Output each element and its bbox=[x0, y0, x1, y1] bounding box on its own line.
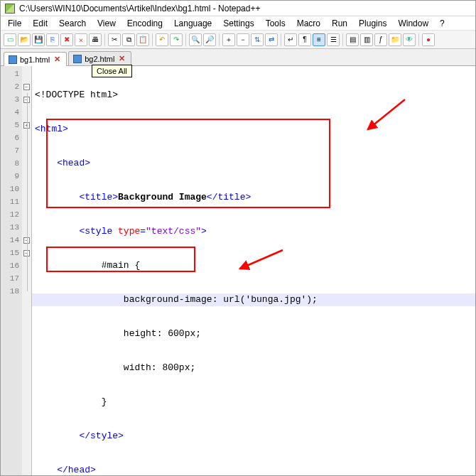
tooltip-close-all: Close All bbox=[92, 65, 132, 77]
all-chars-icon[interactable]: ¶ bbox=[298, 33, 311, 46]
wordwrap-icon[interactable]: ↵ bbox=[284, 33, 297, 46]
code-text: ; bbox=[195, 328, 201, 339]
code-text: : bbox=[212, 294, 224, 305]
editor[interactable]: 1 2 3 4 5 6 7 8 9 10 11 12 13 14 15 16 1… bbox=[1, 66, 475, 476]
sync-h-icon[interactable]: ⇄ bbox=[265, 33, 278, 46]
menu-help[interactable]: ? bbox=[434, 17, 450, 30]
code-text: : bbox=[151, 362, 163, 373]
monitoring-icon[interactable]: 👁 bbox=[403, 33, 416, 46]
code-text: 600px bbox=[168, 328, 195, 339]
toolbar: ▭ 📂 💾 ⎘ ✖ ⨉ 🖶 ✂ ⧉ 📋 ↶ ↷ 🔍 🔎 ＋ － ⇅ ⇄ ↵ ¶ … bbox=[1, 31, 475, 49]
save-icon[interactable]: 💾 bbox=[32, 33, 45, 46]
print-icon[interactable]: 🖶 bbox=[89, 33, 102, 46]
tab-label: bg2.html bbox=[85, 55, 114, 63]
code-text: background-image bbox=[124, 294, 212, 305]
toolbar-separator bbox=[342, 33, 343, 46]
code-text: = bbox=[140, 226, 146, 237]
code-text: : bbox=[157, 328, 168, 339]
code-area[interactable]: <!DOCTYPE html> <html> <head> <title>Bac… bbox=[32, 66, 475, 476]
fold-toggle-icon[interactable]: − bbox=[23, 84, 30, 90]
udl-icon[interactable]: ☰ bbox=[327, 33, 340, 46]
indent-guide-icon[interactable]: ≡ bbox=[313, 33, 325, 46]
code-text: ; bbox=[312, 294, 318, 305]
file-icon bbox=[73, 55, 82, 63]
menu-plugins[interactable]: Plugins bbox=[353, 17, 392, 30]
save-all-icon[interactable]: ⎘ bbox=[46, 33, 59, 46]
code-text: Background Image bbox=[118, 192, 207, 202]
close-all-icon[interactable]: ⨉ bbox=[75, 33, 87, 46]
toolbar-separator bbox=[152, 33, 153, 46]
record-macro-icon[interactable]: ● bbox=[422, 33, 435, 46]
open-file-icon[interactable]: 📂 bbox=[18, 33, 31, 46]
menu-language[interactable]: Language bbox=[168, 17, 217, 30]
code-text: type bbox=[118, 226, 140, 237]
menu-view[interactable]: View bbox=[92, 17, 121, 30]
tab-bg2[interactable]: bg2.html ✕ bbox=[68, 51, 131, 65]
menu-file[interactable]: File bbox=[2, 17, 27, 30]
cut-icon[interactable]: ✂ bbox=[108, 33, 121, 46]
replace-icon[interactable]: 🔎 bbox=[203, 33, 216, 46]
code-text: <!DOCTYPE html> bbox=[35, 90, 118, 100]
tab-strip: bg1.html ✕ bg2.html ✕ Close All bbox=[1, 49, 475, 66]
undo-icon[interactable]: ↶ bbox=[156, 33, 168, 46]
line-number: 11 bbox=[1, 195, 22, 208]
code-text: </title> bbox=[207, 192, 251, 202]
copy-icon[interactable]: ⧉ bbox=[122, 33, 135, 46]
code-text: <html> bbox=[35, 124, 68, 134]
code-text: width bbox=[124, 362, 151, 373]
code-text: </head> bbox=[57, 465, 96, 475]
line-number: 6 bbox=[1, 131, 22, 144]
menu-run[interactable]: Run bbox=[326, 17, 353, 30]
sync-v-icon[interactable]: ⇅ bbox=[251, 33, 264, 46]
window-title: C:\Users\WIN10\Documents\Artikel\Index\b… bbox=[19, 4, 260, 13]
menu-edit[interactable]: Edit bbox=[27, 17, 53, 30]
code-text: > bbox=[201, 226, 207, 237]
code-text: #main { bbox=[102, 260, 141, 271]
func-list-icon[interactable]: ƒ bbox=[374, 33, 387, 46]
menu-window[interactable]: Window bbox=[392, 17, 434, 30]
menu-search[interactable]: Search bbox=[53, 17, 92, 30]
line-number: 3 bbox=[1, 93, 22, 106]
zoom-out-icon[interactable]: － bbox=[237, 33, 249, 46]
menu-macro[interactable]: Macro bbox=[291, 17, 326, 30]
title-bar: C:\Users\WIN10\Documents\Artikel\Index\b… bbox=[1, 1, 475, 16]
doc-list-icon[interactable]: ▥ bbox=[360, 33, 373, 46]
line-number: 7 bbox=[1, 144, 22, 157]
doc-map-icon[interactable]: ▤ bbox=[346, 33, 359, 46]
close-icon[interactable]: ✖ bbox=[60, 33, 73, 46]
fold-gutter: − − + − − bbox=[22, 66, 32, 476]
code-text: } bbox=[102, 396, 107, 407]
folder-workspace-icon[interactable]: 📁 bbox=[389, 33, 401, 46]
line-number-gutter: 1 2 3 4 5 6 7 8 9 10 11 12 13 14 15 16 1… bbox=[1, 66, 22, 476]
tab-close-icon[interactable]: ✕ bbox=[53, 55, 62, 64]
line-number: 5 bbox=[1, 119, 22, 131]
app-icon bbox=[5, 4, 15, 13]
tab-label: bg1.html bbox=[20, 55, 50, 64]
find-icon[interactable]: 🔍 bbox=[189, 33, 202, 46]
tab-close-icon[interactable]: ✕ bbox=[117, 54, 126, 63]
toolbar-separator bbox=[185, 33, 186, 46]
code-text: ; bbox=[190, 362, 195, 373]
code-text: <style bbox=[79, 226, 118, 237]
line-number: 8 bbox=[1, 157, 22, 170]
code-text: 800px bbox=[162, 362, 190, 373]
menu-encoding[interactable]: Encoding bbox=[121, 17, 168, 30]
toolbar-separator bbox=[418, 33, 419, 46]
paste-icon[interactable]: 📋 bbox=[136, 33, 149, 46]
zoom-in-icon[interactable]: ＋ bbox=[222, 33, 235, 46]
line-number: 13 bbox=[1, 221, 22, 234]
redo-icon[interactable]: ↷ bbox=[170, 33, 183, 46]
line-number: 4 bbox=[1, 106, 22, 119]
code-text: url('bunga.jpg') bbox=[223, 294, 312, 305]
code-text: height bbox=[124, 328, 157, 339]
code-text: </style> bbox=[79, 431, 123, 441]
line-number: 17 bbox=[1, 272, 22, 285]
line-number: 18 bbox=[1, 285, 22, 298]
menu-tools[interactable]: Tools bbox=[260, 17, 291, 30]
line-number: 16 bbox=[1, 259, 22, 272]
toolbar-separator bbox=[281, 33, 281, 46]
new-file-icon[interactable]: ▭ bbox=[4, 33, 16, 46]
menu-settings[interactable]: Settings bbox=[217, 17, 259, 30]
tab-bg1[interactable]: bg1.html ✕ bbox=[4, 52, 67, 66]
line-number: 9 bbox=[1, 170, 22, 183]
